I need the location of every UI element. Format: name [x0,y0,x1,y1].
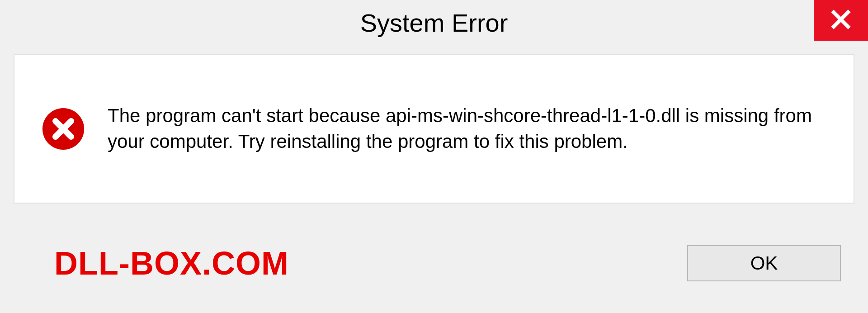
dialog-content: The program can't start because api-ms-w… [14,54,854,204]
error-icon [42,107,85,151]
watermark-text: DLL-BOX.COM [54,245,289,282]
ok-button[interactable]: OK [687,245,841,281]
error-message: The program can't start because api-ms-w… [108,103,826,154]
close-button[interactable] [814,0,868,41]
dialog-footer: DLL-BOX.COM OK [0,223,868,313]
dialog-title: System Error [360,8,508,38]
close-icon [830,9,852,32]
titlebar: System Error [0,0,868,45]
